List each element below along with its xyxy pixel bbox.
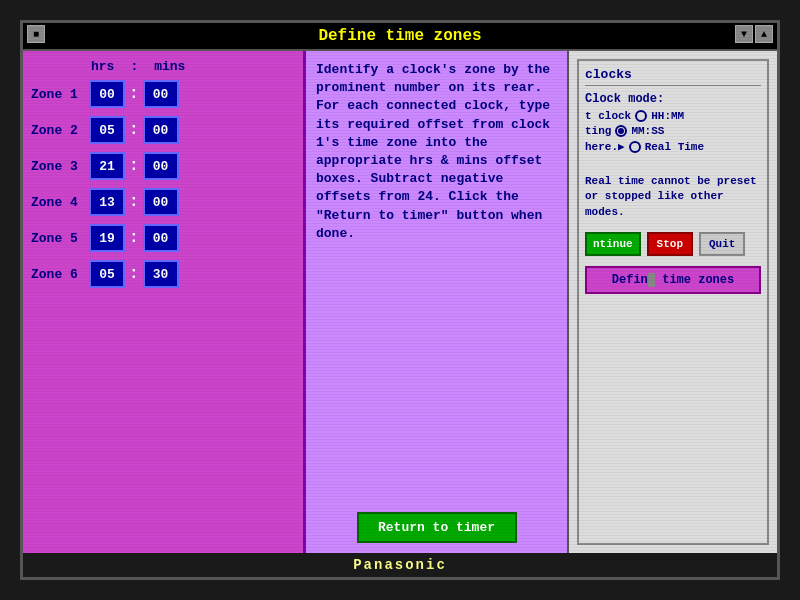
radio-mmss[interactable]: ting MM:SS <box>585 125 761 137</box>
radio-hhmm[interactable]: t clock HH:MM <box>585 110 761 122</box>
zone-row-3: Zone 321:00 <box>31 152 295 180</box>
zone-row-5: Zone 519:00 <box>31 224 295 252</box>
zone-colon-4: : <box>129 193 139 211</box>
quit-button[interactable]: Quit <box>699 232 745 256</box>
zone-label-4: Zone 4 <box>31 195 89 210</box>
radio-realtime[interactable]: here.▶ Real Time <box>585 140 761 153</box>
radio-realtime-circle[interactable] <box>629 141 641 153</box>
zone-mins-input-3[interactable]: 00 <box>143 152 179 180</box>
zones-container: Zone 100:00Zone 205:00Zone 321:00Zone 41… <box>31 80 295 288</box>
main-content: hrs : mins Zone 100:00Zone 205:00Zone 32… <box>23 51 777 553</box>
radio-hhmm-circle[interactable] <box>635 110 647 122</box>
window-title: Define time zones <box>318 27 481 45</box>
return-to-timer-button[interactable]: Return to timer <box>357 512 517 543</box>
clock-mode-title: Clock mode: <box>585 92 761 106</box>
radio-mmss-circle[interactable] <box>615 125 627 137</box>
realtime-prefix: here.▶ <box>585 140 625 153</box>
clocks-title: clocks <box>585 67 761 86</box>
zone-hrs-input-2[interactable]: 05 <box>89 116 125 144</box>
zone-hrs-input-6[interactable]: 05 <box>89 260 125 288</box>
mins-header: mins <box>154 59 185 74</box>
mmss-label: MM:SS <box>631 125 664 137</box>
zone-row-1: Zone 100:00 <box>31 80 295 108</box>
mmss-prefix: ting <box>585 125 611 137</box>
title-bar: ■ Define time zones ▼ ▲ <box>23 23 777 51</box>
clock-mode-section: Clock mode: t clock HH:MM ting MM:SS her… <box>585 92 761 156</box>
realtime-label: Real Time <box>645 141 704 153</box>
zone-mins-input-6[interactable]: 30 <box>143 260 179 288</box>
zone-mins-input-5[interactable]: 00 <box>143 224 179 252</box>
colon-header: : <box>130 59 138 74</box>
zone-hrs-input-4[interactable]: 13 <box>89 188 125 216</box>
action-buttons: ntinue Stop Quit <box>585 232 761 256</box>
hrs-header: hrs <box>91 59 114 74</box>
hhmm-label: HH:MM <box>651 110 684 122</box>
zone-mins-input-1[interactable]: 00 <box>143 80 179 108</box>
zone-colon-5: : <box>129 229 139 247</box>
zone-mins-input-4[interactable]: 00 <box>143 188 179 216</box>
zone-label-1: Zone 1 <box>31 87 89 102</box>
stop-button[interactable]: Stop <box>647 232 693 256</box>
corner-button[interactable]: ■ <box>27 25 45 43</box>
zone-label-6: Zone 6 <box>31 267 89 282</box>
down-arrow-btn[interactable]: ▼ <box>735 25 753 43</box>
zone-label-2: Zone 2 <box>31 123 89 138</box>
help-text: Identify a clock's zone by the prominent… <box>316 61 557 243</box>
zone-hrs-input-3[interactable]: 21 <box>89 152 125 180</box>
middle-panel: Identify a clock's zone by the prominent… <box>303 51 567 553</box>
zone-row-4: Zone 413:00 <box>31 188 295 216</box>
zone-row-6: Zone 605:30 <box>31 260 295 288</box>
zone-label-5: Zone 5 <box>31 231 89 246</box>
zone-colon-6: : <box>129 265 139 283</box>
zone-label-3: Zone 3 <box>31 159 89 174</box>
arrow-buttons: ▼ ▲ <box>735 25 773 43</box>
right-panel: clocks Clock mode: t clock HH:MM ting MM… <box>567 51 777 553</box>
left-panel: hrs : mins Zone 100:00Zone 205:00Zone 32… <box>23 51 303 553</box>
column-headers: hrs : mins <box>31 59 295 74</box>
continue-button[interactable]: ntinue <box>585 232 641 256</box>
up-arrow-btn[interactable]: ▲ <box>755 25 773 43</box>
main-screen: ■ Define time zones ▼ ▲ hrs : mins Zone … <box>20 20 780 580</box>
define-time-zones-button[interactable]: Define time zones <box>585 266 761 294</box>
zone-colon-1: : <box>129 85 139 103</box>
zone-row-2: Zone 205:00 <box>31 116 295 144</box>
zone-hrs-input-5[interactable]: 19 <box>89 224 125 252</box>
hhmm-prefix: t clock <box>585 110 631 122</box>
real-time-notice: Real time cannot be preset or stopped li… <box>585 174 761 220</box>
zone-mins-input-2[interactable]: 00 <box>143 116 179 144</box>
zone-colon-3: : <box>129 157 139 175</box>
zone-colon-2: : <box>129 121 139 139</box>
bottom-label: Panasonic <box>23 553 777 577</box>
zone-hrs-input-1[interactable]: 00 <box>89 80 125 108</box>
